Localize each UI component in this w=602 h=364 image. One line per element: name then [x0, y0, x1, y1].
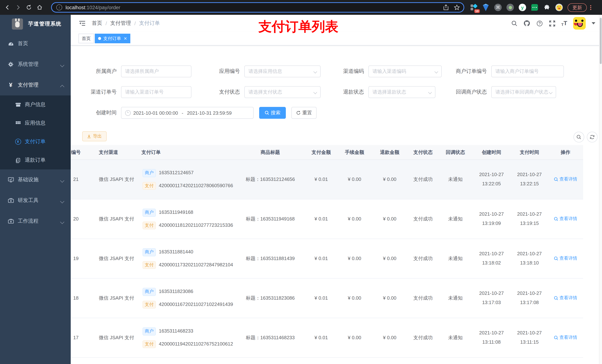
- extension-icon[interactable]: 10: [469, 3, 478, 11]
- tag-close-icon[interactable]: ✕: [124, 36, 127, 41]
- column-header: 创建时间: [472, 145, 511, 159]
- tag-home[interactable]: 首页: [78, 34, 94, 43]
- column-header: 支付订单: [137, 145, 235, 159]
- channel-code-select[interactable]: 请输入渠道编码: [368, 65, 442, 77]
- url-text[interactable]: localhost:1024/pay/order: [65, 5, 120, 10]
- cell-fee: ¥ 0.00: [337, 318, 372, 357]
- font-size-icon[interactable]: [561, 20, 567, 27]
- create-time-range-input[interactable]: 2021-10-01 00:00:00 - 2021-10-31 23:59:5…: [121, 107, 254, 119]
- table-row[interactable]: 21 微信 JSAPI 支付 商户 1635312124657 支付 42000…: [71, 160, 583, 199]
- share-icon[interactable]: [443, 4, 449, 10]
- merchant-no-value: 1635311881440: [159, 248, 193, 256]
- cell-action: 查看详情: [548, 239, 583, 278]
- search-button[interactable]: 搜索: [259, 107, 286, 119]
- view-detail-link[interactable]: 查看详情: [554, 255, 577, 262]
- cell-orders: 商户 1635311823086 支付 42000011672021102710…: [137, 279, 235, 318]
- browser-update-button[interactable]: 更新: [568, 3, 587, 12]
- sidebar-item-merchant-info[interactable]: 商户信息: [0, 95, 71, 114]
- dashboard-icon: [7, 40, 14, 47]
- table-row[interactable]: 17 微信 JSAPI 支付 商户 1635311468233 支付 42000…: [71, 318, 583, 358]
- sketch-extension-icon[interactable]: [482, 3, 490, 11]
- sidebar-item-home[interactable]: 首页: [0, 33, 71, 54]
- table-row-partial: 商户 163531151796: [71, 358, 583, 364]
- reload-icon[interactable]: [26, 4, 32, 11]
- app-logo[interactable]: 芋道管理系统: [0, 15, 71, 33]
- sidebar-item-system[interactable]: 系统管理: [0, 54, 71, 75]
- tag-pay-order[interactable]: 支付订单 ✕: [95, 34, 130, 43]
- sidebar-item-refund-order[interactable]: 退款订单: [0, 151, 71, 169]
- forward-icon[interactable]: [15, 4, 22, 11]
- command-extension-icon[interactable]: ⌘: [494, 3, 502, 11]
- url-bar[interactable]: i localhost:1024/pay/order: [51, 2, 464, 13]
- github-icon[interactable]: [524, 20, 530, 27]
- export-button[interactable]: 导出: [82, 131, 107, 141]
- merchant-order-no-input[interactable]: 请输入商户订单编号: [491, 65, 564, 77]
- refund-status-select[interactable]: 请选择退款状态: [368, 86, 435, 98]
- sidebar-collapse-icon[interactable]: [79, 20, 86, 27]
- table-row[interactable]: 18 微信 JSAPI 支付 商户 1635311823086 支付 42000…: [71, 279, 583, 318]
- filter-label-channel-code: 渠道编码: [330, 68, 368, 75]
- cell-refund: ¥ 0.00: [372, 318, 407, 357]
- scrollbar-thumb[interactable]: [600, 18, 602, 64]
- sidebar-item-infra[interactable]: 基础设施: [0, 169, 71, 190]
- sidebar-item-dev-tools[interactable]: 研发工具: [0, 190, 71, 211]
- sidebar-item-payment[interactable]: 支付管理: [0, 75, 71, 95]
- refresh-table-button[interactable]: [587, 132, 598, 142]
- chat-extension-icon[interactable]: [531, 3, 539, 11]
- help-icon[interactable]: [536, 20, 543, 27]
- pay-status-select[interactable]: 请选择支付状态: [244, 86, 321, 98]
- profile-avatar-icon[interactable]: [555, 3, 563, 11]
- shop-icon: [15, 102, 21, 108]
- cell-refund: ¥ 0.00: [372, 239, 407, 278]
- cell-id: 18: [71, 279, 94, 318]
- home-icon[interactable]: [36, 4, 43, 11]
- tag-dot-icon: [98, 37, 101, 40]
- merchant-input[interactable]: 请选择所属商户: [121, 65, 191, 77]
- browser-menu-icon[interactable]: [590, 4, 591, 10]
- user-avatar[interactable]: [573, 17, 586, 30]
- pay-no-value: 4200001174202110278060590766: [159, 182, 233, 190]
- breadcrumb-home[interactable]: 首页: [92, 20, 102, 27]
- breadcrumb-pay-mgmt[interactable]: 支付管理: [110, 20, 131, 27]
- merchant-no-tag: 商户: [142, 327, 156, 335]
- reset-button[interactable]: 重置: [291, 107, 317, 119]
- y-extension-icon[interactable]: y: [518, 3, 527, 11]
- filter-label-app-no: 应用编号: [204, 68, 244, 75]
- chevron-up-icon: [61, 83, 64, 87]
- fullscreen-icon[interactable]: [549, 20, 555, 27]
- toggle-search-button[interactable]: [573, 132, 584, 142]
- channel-order-no-input[interactable]: 请输入渠道订单号: [121, 86, 191, 98]
- app-no-select[interactable]: 请选择应用信息: [244, 65, 321, 77]
- view-detail-link[interactable]: 查看详情: [554, 334, 577, 341]
- view-detail-link[interactable]: 查看详情: [554, 295, 577, 302]
- cell-create-time: 2021-10-2713:19:09: [472, 199, 511, 239]
- recorder-extension-icon[interactable]: [506, 3, 514, 11]
- page-scrollbar[interactable]: [599, 15, 602, 364]
- view-detail-link[interactable]: 查看详情: [554, 176, 577, 183]
- cell-action: 查看详情: [548, 160, 583, 199]
- puzzle-extensions-icon[interactable]: [543, 3, 551, 11]
- search-icon[interactable]: [511, 20, 517, 27]
- view-detail-link[interactable]: 查看详情: [554, 216, 577, 222]
- sidebar-item-workflow[interactable]: 工作流程: [0, 211, 71, 232]
- sidebar: 芋道管理系统 首页 系统管理 支付管理: [0, 15, 71, 364]
- app-window: 芋道管理系统 首页 系统管理 支付管理: [0, 15, 602, 364]
- sidebar-item-pay-order[interactable]: 支付订单: [0, 132, 71, 151]
- bookmark-star-icon[interactable]: [454, 4, 460, 10]
- cell-refund: ¥ 0.00: [372, 160, 407, 199]
- cell-fee: ¥ 0.00: [337, 239, 372, 278]
- cell-pay-time: 2021-10-2713:22:15: [511, 160, 548, 199]
- cell-title: 标题：1635312124656: [235, 160, 305, 199]
- caret-down-icon[interactable]: [592, 22, 595, 24]
- cell-orders: 商户 1635311881440 支付 42000011732021102728…: [137, 239, 235, 278]
- cell-action: 查看详情: [548, 318, 583, 357]
- sidebar-item-app-info[interactable]: 应用信息: [0, 114, 71, 132]
- table-row[interactable]: 19 微信 JSAPI 支付 商户 1635311881440 支付 42000…: [71, 239, 583, 279]
- notify-status-select[interactable]: 请选择订单回调商户状态: [491, 86, 556, 98]
- cell-pay-time: 2021-10-2713:18:10: [511, 239, 548, 278]
- cell-pay-time: 2021-10-2713:11:15: [511, 318, 548, 357]
- back-icon[interactable]: [4, 4, 11, 11]
- chevron-down-icon: [314, 70, 317, 73]
- site-info-icon[interactable]: i: [56, 4, 62, 10]
- table-row[interactable]: 20 微信 JSAPI 支付 商户 1635311949168 支付 42000…: [71, 199, 583, 239]
